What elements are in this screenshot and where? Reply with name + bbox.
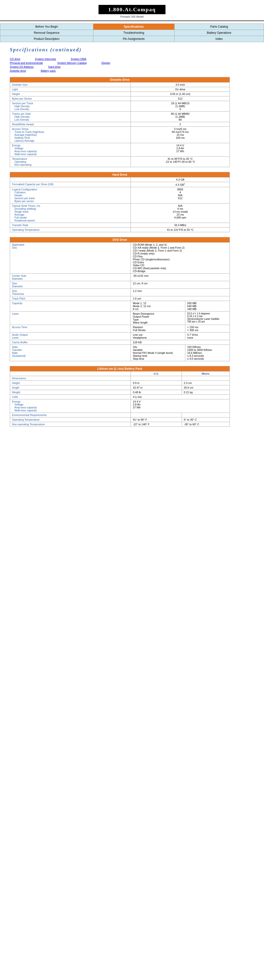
- nav-pin-assignments[interactable]: Pin Assignments: [93, 36, 174, 42]
- tracks-side-label: Tracks per Side High Density Low Density: [10, 111, 131, 122]
- battery-length-us: 10.47 in: [131, 385, 182, 390]
- link-system-io[interactable]: System I/O Address: [10, 65, 33, 68]
- dvd-transfer-label: DataTransferRate(Sustained): [10, 345, 131, 361]
- sectors-track-value: 18 (1.44 MB/15(1.2MB)9: [131, 101, 230, 111]
- dvd-accesstime-right: < 150 ms< 300 ms: [185, 325, 229, 332]
- links-section: CD drive System Interrupts System DMA Ph…: [10, 57, 254, 72]
- hd-logical-value: 89554N/A512: [131, 187, 230, 203]
- nav-product-description[interactable]: Product Description: [0, 36, 93, 42]
- battery-env-req-label: Environmental Requirements: [10, 412, 131, 417]
- height-value: 0.55 in (1.40 cm): [131, 92, 230, 96]
- dvd-cache-label: Cache Buffer: [10, 340, 131, 345]
- battery-energy-value: 14.4 V2.8 Ah27 Wh: [131, 399, 230, 412]
- access-times-value: 3 ms/6 ms94 ms/174 ms15 ms100 ms: [131, 127, 230, 143]
- energy-diskette-label: Energy Voltage Amp-hour capacity Watt-ho…: [10, 143, 131, 157]
- link-physical-environmental[interactable]: Physical and environmental: [10, 61, 43, 64]
- sectors-track-label: Sectors per Track High Density Low Densi…: [10, 101, 131, 111]
- link-system-interrupts[interactable]: System Interrupts: [35, 57, 56, 60]
- main-content: Specifications (continued) CD drive Syst…: [0, 42, 264, 436]
- dvd-accesstime-left: RandomFull Stroke: [131, 325, 185, 332]
- nav-battery-operations[interactable]: Battery Operations: [174, 30, 264, 36]
- dvd-transfer-left: 24xVariableNormal PIO Mode 4 (single bur…: [131, 345, 185, 361]
- dvd-laser-left: Beam DivergenceOutput PowerTypeWave leng…: [131, 311, 185, 325]
- nav-before-you-begin[interactable]: Before You Begin: [0, 24, 93, 30]
- dvd-audio-right: 0.7 Vrmsnone: [185, 332, 229, 340]
- battery-nonop-temp-us: -22° to 140° F: [131, 422, 182, 426]
- battery-cells-label: Cells: [10, 395, 131, 399]
- header: 1.800.At.Compaq Presario 305 Model Befor…: [0, 0, 264, 42]
- diskette-drive-table: Diskette Drive Diskette Size 3.5 inch Li…: [10, 77, 230, 167]
- hd-seek-value: N/A4 ms13 ms (read)23 ms4,009 rpm: [131, 203, 230, 223]
- battery-pack-section: Lithium Ion (Li Ion) Battery Pack U.S. M…: [10, 366, 230, 427]
- battery-op-temp-us: 41° to 95° F: [131, 417, 182, 422]
- nav-specifications[interactable]: Specifications: [93, 24, 174, 30]
- dvd-capacity-left: Mode 1, 12Mode 2, 12 cm8 cm: [131, 301, 185, 311]
- link-cd-drive[interactable]: CD drive: [10, 57, 20, 60]
- hd-formatted-label: Formatted Capacity per Drive (GB): [10, 182, 131, 187]
- battery-energy-label: Energy Voltage Amp-hour capacity Watt-ho…: [10, 399, 131, 412]
- link-hard-drive[interactable]: Hard drive: [48, 65, 61, 68]
- dvd-centerhole-label: Center HoleDiameter: [10, 273, 131, 281]
- dvd-disc-value: CD-ROM (Mode 1, 2, and 3)CD-XA ready (Mo…: [131, 242, 230, 273]
- dvd-capacity-right: 550 MB640 MB180 MB: [185, 301, 229, 311]
- battery-dimensions-us: [131, 376, 182, 380]
- link-battery-pack[interactable]: Battery pack: [41, 69, 56, 72]
- hd-transfer-value: 33.3 MB/s: [131, 223, 230, 228]
- battery-pack-header: Lithium Ion (Li Ion) Battery Pack: [10, 366, 230, 371]
- rw-heads-label: Read/Write Heads: [10, 122, 131, 127]
- nav-troubleshooting[interactable]: Troubleshooting: [93, 30, 174, 36]
- battery-dimensions-label: Dimensions: [10, 376, 131, 380]
- temp-diskette-label: Temperature Operating Non-operating: [10, 157, 131, 167]
- dvd-trackpitch-value: 1.6 um: [131, 296, 230, 301]
- links-row-3: System I/O Address Hard drive placeholde…: [10, 65, 254, 68]
- nav-removal-sequence[interactable]: Removal Sequence: [0, 30, 93, 36]
- battery-weight-label: Weight: [10, 390, 131, 395]
- nav-index[interactable]: Index: [174, 36, 264, 42]
- battery-dimensions-metric: [182, 376, 229, 380]
- battery-col-header-empty: [10, 371, 131, 376]
- dvd-drive-table: DVD Drive ApplicableDisc CD-ROM (Mode 1,…: [10, 237, 230, 361]
- dvd-discthickness-label: DiscThickness: [10, 288, 131, 296]
- energy-diskette-value: 14.4 V2.8 Ah27 Wh: [131, 143, 230, 157]
- battery-height-us: 0.9 in: [131, 380, 182, 385]
- bytes-sector-label: Bytes per Sector: [10, 96, 131, 101]
- bytes-sector-value: 512: [131, 96, 230, 101]
- dvd-trackpitch-label: Track Pitch: [10, 296, 131, 301]
- link-diskette-drive[interactable]: Diskette drive: [10, 69, 26, 72]
- nav-table: Before You Begin Specifications Parts Ca…: [0, 24, 264, 42]
- links-row-1: CD drive System Interrupts System DMA: [10, 57, 254, 60]
- link-system-memory-catalog[interactable]: System Memory Catalog: [57, 61, 87, 64]
- battery-op-temp-metric: 5° to 35° C: [182, 417, 229, 422]
- battery-height-label: Height: [10, 380, 131, 385]
- dvd-discthickness-value: 1.2 mm: [131, 288, 230, 296]
- hd-logical-label: Logical Configuration Cylinders Heads Se…: [10, 187, 131, 203]
- link-display[interactable]: Display: [101, 61, 110, 64]
- dvd-discdiameter-value: 12 cm, 8 cm: [131, 281, 230, 288]
- battery-length-label: length: [10, 385, 131, 390]
- dvd-cache-value: 128 KB: [131, 340, 230, 345]
- nav-parts-catalog[interactable]: Parts Catalog: [174, 24, 264, 30]
- battery-height-metric: 2.3 cm: [182, 380, 229, 385]
- tracks-side-value: 80 (1.44 MB/80(1.2MB)80: [131, 111, 230, 122]
- height-label: Height: [10, 92, 131, 96]
- dvd-audio-left: Line outHeadphone: [131, 332, 185, 340]
- battery-nonop-temp-label: Non-operating Temperature: [10, 422, 131, 426]
- link-system-dma[interactable]: System DMA: [71, 57, 86, 60]
- site-logo: 1.800.At.Compaq: [98, 5, 166, 14]
- hd-transfer-label: Transfer Rate: [10, 223, 131, 228]
- battery-weight-metric: 0.21 kg: [182, 390, 229, 395]
- dvd-discdiameter-label: DiscDiameter: [10, 281, 131, 288]
- hd-capacity-value: 4.3 GB: [131, 177, 230, 182]
- diskette-size-value: 3.5 inch: [131, 83, 230, 87]
- hd-temp-label: Operating Temperature: [10, 228, 131, 232]
- hd-temp-value: 41 to 131°F/5 to 55 °C: [131, 228, 230, 232]
- battery-cells-value: 4 Li-Ion: [131, 395, 230, 399]
- access-times-label: Access Times Track-to-Track (high/low) A…: [10, 127, 131, 143]
- model-subtitle: Presario 305 Model: [0, 15, 264, 18]
- battery-metric-header: Metric: [182, 371, 229, 376]
- dvd-laser-right: 53.5 s°> 1.5 degrees0.24 ± 0.1 mwSemicon…: [185, 311, 229, 325]
- rw-heads-value: 2: [131, 122, 230, 127]
- dvd-accesstime-label: Access Time: [10, 325, 131, 332]
- temp-diskette-value: 41 to 95°F/5 to 35 °C-22 to 140°F/-30 to…: [131, 157, 230, 167]
- diskette-drive-header: Diskette Drive: [10, 77, 230, 83]
